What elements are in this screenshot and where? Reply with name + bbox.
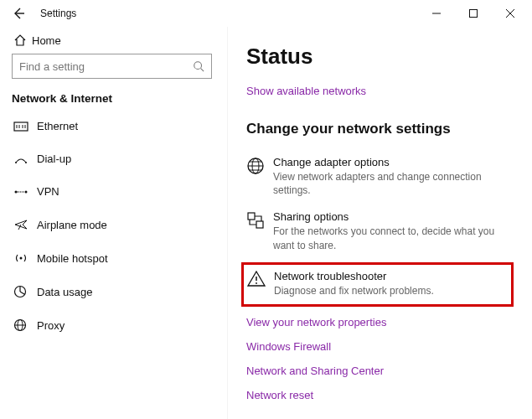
ethernet-icon (13, 121, 37, 132)
sidebar-item-label: Proxy (37, 319, 65, 332)
svg-rect-2 (14, 122, 28, 131)
window-title: Settings (40, 8, 76, 19)
option-sharing[interactable]: Sharing options For the networks you con… (246, 205, 517, 260)
search-placeholder: Find a setting (19, 60, 85, 73)
close-icon (506, 9, 514, 18)
vpn-icon (13, 186, 37, 198)
link-reset[interactable]: Network reset (246, 389, 313, 401)
link-properties[interactable]: View your network properties (246, 316, 386, 328)
option-title: Network troubleshooter (274, 270, 434, 282)
sidebar-item-label: Airplane mode (37, 219, 107, 231)
arrow-left-icon (12, 7, 25, 20)
proxy-icon (13, 318, 37, 332)
option-desc: Diagnose and fix network problems. (274, 284, 434, 297)
svg-rect-14 (256, 221, 263, 228)
warning-icon (247, 270, 274, 297)
maximize-icon (469, 9, 478, 18)
datausage-icon (13, 285, 37, 298)
content: Status Show available networks Change yo… (228, 27, 532, 419)
sharing-icon (246, 210, 273, 251)
sidebar-item-label: Data usage (37, 286, 93, 298)
show-networks-link[interactable]: Show available networks (246, 85, 517, 97)
svg-point-5 (15, 190, 18, 193)
sidebar-item-vpn[interactable]: VPN (0, 175, 224, 208)
home-icon (13, 34, 32, 47)
search-icon (193, 60, 204, 72)
sidebar-item-ethernet[interactable]: Ethernet (0, 110, 224, 142)
section-title: Change your network settings (246, 121, 517, 137)
sidebar-item-proxy[interactable]: Proxy (0, 308, 224, 342)
page-title: Status (246, 44, 517, 70)
sidebar-item-dialup[interactable]: Dial-up (0, 142, 224, 175)
svg-point-4 (25, 162, 27, 163)
sidebar-item-label: Ethernet (37, 120, 78, 132)
back-button[interactable] (7, 7, 30, 20)
sidebar-item-label: VPN (37, 185, 59, 198)
hotspot-icon (13, 251, 37, 265)
svg-point-15 (256, 282, 257, 284)
svg-point-3 (15, 162, 17, 163)
close-button[interactable] (492, 1, 529, 26)
sidebar-item-hotspot[interactable]: Mobile hotspot (0, 241, 224, 275)
link-firewall[interactable]: Windows Firewall (246, 340, 331, 353)
sidebar-category: Network & Internet (0, 87, 224, 110)
maximize-button[interactable] (455, 1, 492, 26)
sidebar-item-datausage[interactable]: Data usage (0, 275, 224, 308)
sidebar-item-airplane[interactable]: Airplane mode (0, 208, 224, 241)
titlebar: Settings (0, 0, 532, 27)
option-desc: View network adapters and change connect… (273, 170, 517, 197)
option-troubleshooter[interactable]: Network troubleshooter Diagnose and fix … (247, 268, 506, 299)
option-title: Change adapter options (273, 156, 517, 168)
option-desc: For the networks you connect to, decide … (273, 225, 517, 251)
search-input[interactable]: Find a setting (12, 54, 212, 79)
minimize-button[interactable] (418, 1, 455, 26)
svg-rect-13 (248, 213, 255, 220)
svg-point-7 (20, 257, 23, 260)
sidebar: Home Find a setting Network & Internet E… (0, 27, 228, 419)
minimize-icon (432, 9, 441, 18)
sidebar-item-label: Mobile hotspot (37, 252, 108, 265)
highlighted-option: Network troubleshooter Diagnose and fix … (241, 262, 514, 307)
option-adapter[interactable]: Change adapter options View network adap… (246, 151, 517, 205)
sidebar-home[interactable]: Home (0, 27, 224, 54)
svg-point-6 (25, 190, 28, 193)
dialup-icon (13, 153, 37, 165)
sidebar-home-label: Home (32, 34, 61, 47)
adapter-icon (246, 156, 273, 197)
airplane-icon (13, 218, 37, 231)
sidebar-item-label: Dial-up (37, 153, 71, 165)
link-sharing-center[interactable]: Network and Sharing Center (246, 365, 384, 377)
window-controls (418, 1, 529, 26)
svg-rect-0 (470, 10, 478, 18)
option-title: Sharing options (273, 210, 517, 223)
svg-point-1 (194, 62, 202, 70)
